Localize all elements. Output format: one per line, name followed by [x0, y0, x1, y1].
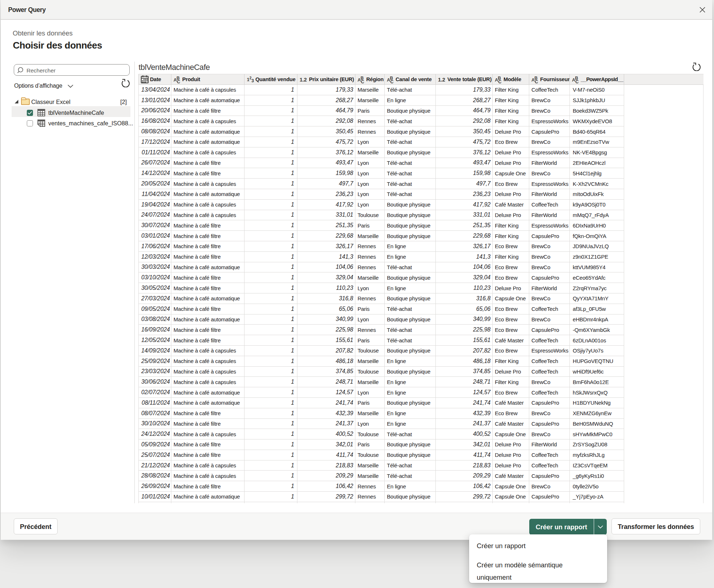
svg-text:C: C: [575, 79, 579, 84]
svg-text:3: 3: [251, 78, 254, 83]
svg-text:C: C: [535, 79, 538, 84]
svg-text:C: C: [390, 79, 393, 84]
svg-text:C: C: [498, 79, 501, 84]
svg-text:C: C: [361, 79, 364, 84]
svg-text:1.2: 1.2: [300, 77, 307, 83]
svg-text:1: 1: [247, 77, 250, 82]
svg-text:C: C: [177, 79, 180, 84]
svg-text:1.2: 1.2: [438, 77, 445, 83]
